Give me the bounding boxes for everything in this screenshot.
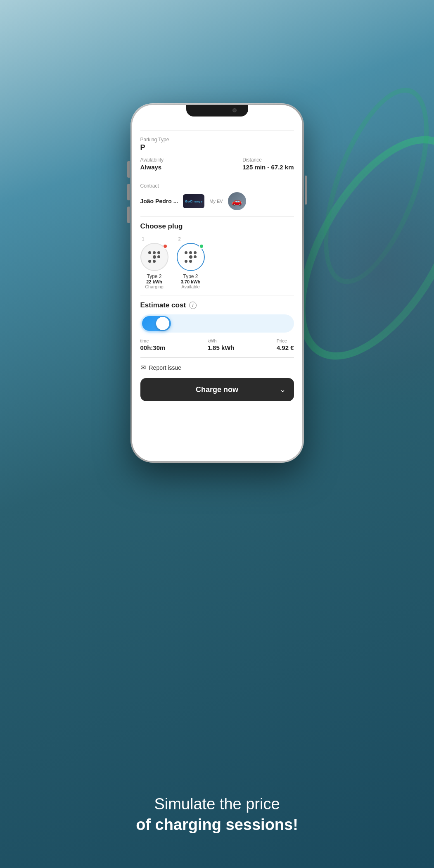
contract-card: GoCharge bbox=[183, 194, 204, 208]
contract-name: João Pedro ... bbox=[140, 198, 178, 205]
pdot bbox=[185, 251, 187, 254]
phone-mockup: Parking Type P Availability Always Dista… bbox=[130, 103, 304, 463]
plug-1-power: 22 kWh bbox=[146, 279, 162, 284]
info-row: Availability Always Distance 125 min - 6… bbox=[140, 157, 294, 171]
parking-type-label: Parking Type bbox=[140, 137, 294, 143]
car-icon: 🚗 bbox=[232, 196, 242, 206]
price-value: 4.92 € bbox=[277, 344, 294, 351]
parking-type-value: P bbox=[140, 143, 294, 152]
tagline-section: Simulate the price of charging sessions! bbox=[0, 794, 434, 835]
availability-label: Availability bbox=[140, 157, 164, 163]
time-value: 00h:30m bbox=[140, 344, 166, 351]
divider-4 bbox=[140, 357, 294, 358]
info-icon[interactable]: i bbox=[189, 302, 197, 309]
plug-2-type: Type 2 bbox=[183, 273, 198, 279]
availability-value: Always bbox=[140, 164, 162, 171]
pdot bbox=[194, 255, 197, 258]
divider-1 bbox=[140, 177, 294, 177]
pdot bbox=[157, 251, 160, 254]
pdot bbox=[148, 260, 151, 263]
plug-2[interactable]: 2 bbox=[177, 236, 205, 289]
my-ev-label: My EV bbox=[209, 199, 223, 204]
plug-2-status: Available bbox=[181, 284, 199, 289]
pdot bbox=[189, 255, 192, 259]
divider-3 bbox=[140, 295, 294, 295]
plug-2-power: 3.70 kWh bbox=[181, 279, 201, 284]
plug-1[interactable]: 1 bbox=[140, 236, 168, 289]
plug-1-number: 1 bbox=[142, 236, 145, 241]
report-issue-label: Report issue bbox=[149, 364, 182, 371]
ev-avatar: 🚗 bbox=[228, 192, 246, 210]
notch-camera bbox=[232, 108, 237, 112]
estimate-cost-header: Estimate cost i bbox=[140, 301, 294, 309]
pdot bbox=[153, 251, 156, 254]
plug-2-number: 2 bbox=[178, 236, 181, 241]
divider-2 bbox=[140, 216, 294, 216]
chevron-down-icon: ⌄ bbox=[280, 385, 286, 394]
pdot bbox=[189, 251, 192, 254]
estimate-cost-title: Estimate cost bbox=[140, 301, 186, 309]
choose-plug-title: Choose plug bbox=[140, 222, 294, 231]
kwh-label: kWh bbox=[208, 338, 235, 343]
plug-2-wrapper bbox=[177, 243, 205, 271]
pdot bbox=[157, 255, 160, 258]
estimate-toggle-bar[interactable] bbox=[140, 314, 294, 333]
plug-1-type: Type 2 bbox=[147, 273, 161, 279]
phone-shell: Parking Type P Availability Always Dista… bbox=[130, 103, 304, 463]
tagline-line2: of charging sessions! bbox=[25, 815, 409, 835]
price-label: Price bbox=[277, 338, 294, 343]
divider-top bbox=[140, 131, 294, 131]
mail-icon: ✉ bbox=[140, 364, 146, 371]
phone-screen: Parking Type P Availability Always Dista… bbox=[132, 105, 302, 461]
tagline-line1: Simulate the price bbox=[25, 794, 409, 814]
availability-col: Availability Always bbox=[140, 157, 164, 171]
toggle-thumb bbox=[156, 317, 169, 330]
price-col: Price 4.92 € bbox=[277, 338, 294, 352]
pdot bbox=[189, 260, 192, 263]
kwh-value: 1.85 kWh bbox=[208, 344, 235, 351]
time-label: time bbox=[140, 338, 166, 343]
distance-col: Distance 125 min - 67.2 km bbox=[242, 157, 294, 171]
plug-2-status-dot bbox=[199, 244, 204, 249]
pdot bbox=[153, 260, 156, 263]
charge-now-button[interactable]: Charge now ⌄ bbox=[140, 378, 294, 401]
plugs-row: 1 bbox=[140, 236, 294, 289]
plug-1-status-dot bbox=[163, 244, 168, 249]
plug-1-wrapper bbox=[140, 243, 168, 271]
pdot bbox=[194, 251, 197, 254]
contract-row: João Pedro ... GoCharge My EV 🚗 bbox=[140, 192, 294, 210]
plug-1-icon bbox=[148, 251, 161, 263]
pdot bbox=[148, 251, 151, 254]
pdot bbox=[153, 255, 156, 259]
phone-notch bbox=[186, 105, 248, 117]
plug-1-status: Charging bbox=[145, 284, 164, 289]
distance-label: Distance bbox=[242, 157, 294, 163]
distance-value: 125 min - 67.2 km bbox=[242, 164, 294, 171]
kwh-col: kWh 1.85 kWh bbox=[208, 338, 235, 352]
time-col: time 00h:30m bbox=[140, 338, 166, 352]
report-issue-row[interactable]: ✉ Report issue bbox=[140, 364, 294, 371]
cost-columns: time 00h:30m kWh 1.85 kWh Price 4.92 € bbox=[140, 338, 294, 352]
screen-content: Parking Type P Availability Always Dista… bbox=[132, 118, 302, 461]
contract-label: Contract bbox=[140, 183, 294, 189]
pdot bbox=[185, 260, 187, 263]
charge-now-label: Charge now bbox=[196, 385, 238, 394]
plug-2-icon bbox=[185, 251, 197, 263]
